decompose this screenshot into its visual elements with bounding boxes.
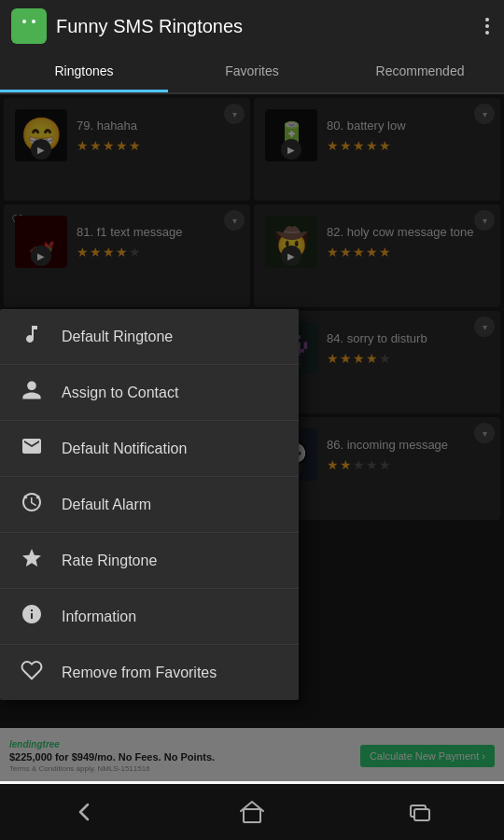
nav-home-button[interactable] (224, 784, 280, 840)
star-icon (19, 547, 45, 574)
menu-item-information[interactable]: Information (0, 589, 299, 645)
menu-label-remove-from-favorites: Remove from Favorites (62, 665, 217, 681)
heart-outline-icon (19, 659, 45, 686)
menu-label-default-ringtone: Default Ringtone (62, 329, 173, 345)
svg-rect-4 (31, 31, 38, 40)
overflow-menu-button[interactable] (482, 14, 493, 38)
note-icon (19, 323, 45, 350)
menu-label-rate-ringtone: Rate Ringtone (62, 553, 157, 569)
menu-label-default-notification: Default Notification (62, 441, 187, 457)
svg-rect-9 (414, 809, 429, 820)
title-bar: Funny SMS Ringtones (0, 0, 504, 52)
nav-bar (0, 784, 504, 840)
nav-recent-button[interactable] (392, 784, 448, 840)
menu-item-assign-to-contact[interactable]: Assign to Contact (0, 365, 299, 421)
nav-back-button[interactable] (56, 784, 112, 840)
app-title: Funny SMS Ringtones (56, 16, 243, 37)
tab-recommended[interactable]: Recommended (336, 52, 504, 92)
menu-item-remove-from-favorites[interactable]: Remove from Favorites (0, 645, 299, 700)
menu-item-default-ringtone[interactable]: Default Ringtone (0, 309, 299, 365)
person-icon (19, 379, 45, 406)
menu-item-rate-ringtone[interactable]: Rate Ringtone (0, 533, 299, 589)
tab-ringtones[interactable]: Ringtones (0, 52, 168, 92)
svg-rect-2 (40, 20, 43, 27)
title-bar-left: Funny SMS Ringtones (11, 8, 243, 44)
content-area: ▾ 😁 ▶ 79. hahaha ★★★★★ ▾ 🔋 ▶ (0, 94, 504, 781)
menu-item-default-notification[interactable]: Default Notification (0, 421, 299, 477)
svg-rect-3 (20, 31, 27, 40)
app-icon (11, 8, 47, 44)
svg-rect-0 (18, 12, 40, 31)
menu-item-default-alarm[interactable]: Default Alarm (0, 477, 299, 533)
menu-label-default-alarm: Default Alarm (62, 497, 151, 513)
svg-rect-1 (15, 20, 18, 27)
menu-label-assign-to-contact: Assign to Contact (62, 385, 178, 401)
menu-label-information: Information (62, 609, 136, 625)
svg-point-5 (22, 20, 26, 23)
info-icon (19, 603, 45, 630)
svg-rect-7 (244, 809, 260, 822)
tab-bar: Ringtones Favorites Recommended (0, 52, 504, 94)
context-menu: Default Ringtone Assign to Contact Defau… (0, 309, 299, 700)
tab-favorites[interactable]: Favorites (168, 52, 336, 92)
alarm-icon (19, 491, 45, 518)
svg-point-6 (32, 20, 35, 23)
envelope-icon (19, 435, 45, 462)
